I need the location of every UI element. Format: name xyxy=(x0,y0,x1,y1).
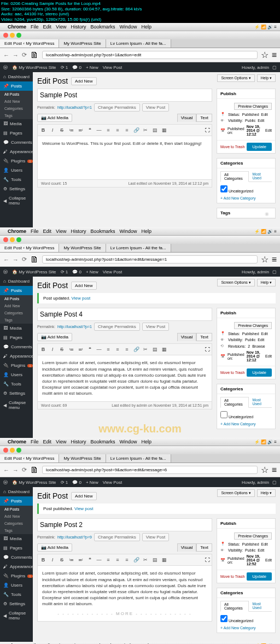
distraction-free-icon[interactable]: ⛶ xyxy=(205,347,210,352)
comments-link[interactable]: 💬 0 xyxy=(72,270,81,274)
quote-icon[interactable]: ❝ xyxy=(86,126,94,134)
tab-lorem[interactable]: Lv Lorem Ipsum - All the fa... xyxy=(106,244,171,252)
tab-wp-site[interactable]: My WordPress Site xyxy=(59,244,106,252)
unlink-icon[interactable]: ✂ xyxy=(142,346,149,353)
toolbar-toggle-icon[interactable]: ▦ xyxy=(160,556,168,564)
sidebar-item-settings[interactable]: ⚙ Settings xyxy=(0,184,33,194)
category-uncategorized-checkbox[interactable] xyxy=(220,615,228,622)
sidebar-item-dashboard[interactable]: ⌂ Dashboard xyxy=(0,487,33,496)
forward-icon[interactable]: → xyxy=(13,467,19,473)
more-icon[interactable]: ▤ xyxy=(151,126,159,134)
add-media-button[interactable]: 📷 Add Media xyxy=(37,543,72,552)
quote-icon[interactable]: ❝ xyxy=(86,346,94,353)
most-used-tab[interactable]: Most Used xyxy=(249,171,272,182)
sidebar-item-appearance[interactable]: 🖌 Appearance xyxy=(0,352,33,361)
toolbar-toggle-icon[interactable]: ▦ xyxy=(160,346,168,353)
strike-icon[interactable]: S xyxy=(58,126,66,134)
ul-icon[interactable]: ≔ xyxy=(67,346,75,353)
sidebar-item-posts[interactable]: 📌 Posts xyxy=(0,496,33,506)
link-icon[interactable]: 🔗 xyxy=(132,346,140,353)
sidebar-item-pages[interactable]: ▤ Pages xyxy=(0,333,33,342)
all-categories-tab[interactable]: All Categories xyxy=(220,171,249,182)
tab-lorem[interactable]: Lv Lorem Ipsum - All the fa... xyxy=(106,454,171,462)
minimize-window-icon[interactable] xyxy=(10,237,15,242)
italic-icon[interactable]: I xyxy=(49,346,56,353)
add-new-category-link[interactable]: + Add New Category xyxy=(220,196,272,200)
hr-icon[interactable]: — xyxy=(95,346,103,353)
menu-help[interactable]: Help xyxy=(141,24,151,30)
visual-tab[interactable]: Visual xyxy=(177,114,197,122)
sidebar-item-posts[interactable]: 📌 Posts xyxy=(0,81,33,91)
help-button[interactable]: Help ▾ xyxy=(257,74,276,82)
menu-view[interactable]: View xyxy=(56,24,66,30)
add-media-button[interactable]: 📷 Add Media xyxy=(37,333,72,341)
sidebar-item-plugins[interactable]: 🔌 Plugins 1 xyxy=(0,156,33,166)
view-post-button[interactable]: View Post xyxy=(142,103,169,112)
help-button[interactable]: Help ▾ xyxy=(257,279,276,286)
sidebar-item-users[interactable]: 👤 Users xyxy=(0,166,33,175)
menu-icon[interactable]: ≡ xyxy=(272,50,277,60)
updates-link[interactable]: ⟳ 1 xyxy=(61,65,68,70)
sidebar-item-media[interactable]: 🖼 Media xyxy=(0,119,33,128)
change-permalinks-button[interactable]: Change Permalinks xyxy=(94,103,140,112)
post-title-input[interactable] xyxy=(37,308,212,321)
wp-logo-icon[interactable]: ⓦ xyxy=(3,65,8,71)
add-media-button[interactable]: 📷 Add Media xyxy=(37,114,72,122)
align-center-icon[interactable]: ≡ xyxy=(114,126,121,134)
ol-icon[interactable]: ≕ xyxy=(77,346,84,353)
strike-icon[interactable]: S xyxy=(58,346,66,353)
add-new-post-button[interactable]: Add New xyxy=(71,282,96,290)
sidebar-sub-categories[interactable]: Categories xyxy=(0,105,33,112)
tab-wp-site[interactable]: My WordPress Site xyxy=(59,454,106,462)
move-to-trash-link[interactable]: Move to Trash xyxy=(220,145,244,149)
avatar[interactable]: ▢ xyxy=(272,65,277,70)
unlink-icon[interactable]: ✂ xyxy=(142,126,149,134)
align-right-icon[interactable]: ≡ xyxy=(123,346,131,353)
update-button[interactable]: Update xyxy=(247,368,272,377)
update-button[interactable]: Update xyxy=(247,143,272,151)
toolbar-toggle-icon[interactable]: ▦ xyxy=(160,126,168,134)
site-name-link[interactable]: 🏠 My WordPress Site xyxy=(12,65,56,70)
more-icon[interactable]: ▤ xyxy=(151,556,159,564)
change-permalinks-button[interactable]: Change Permalinks xyxy=(94,323,140,331)
ul-icon[interactable]: ≔ xyxy=(67,556,75,564)
quote-icon[interactable]: ❝ xyxy=(86,556,94,564)
tab-wp-edit[interactable]: Edit Post ‹ My WordPress xyxy=(0,39,59,48)
zoom-window-icon[interactable] xyxy=(16,33,21,38)
app-name[interactable]: Chrome xyxy=(8,24,26,30)
menu-window[interactable]: Window xyxy=(119,24,137,30)
close-window-icon[interactable] xyxy=(3,237,8,242)
sidebar-item-users[interactable]: 👤 Users xyxy=(0,370,33,379)
forward-icon[interactable]: → xyxy=(13,52,19,58)
italic-icon[interactable]: I xyxy=(49,126,56,134)
avatar[interactable]: ▢ xyxy=(272,270,277,274)
avatar[interactable]: ▢ xyxy=(272,480,277,485)
sidebar-item-comments[interactable]: 💬 Comments xyxy=(0,138,33,147)
minimize-window-icon[interactable] xyxy=(10,33,15,38)
sidebar-item-comments[interactable]: 💬 Comments xyxy=(0,342,33,352)
bookmark-icon[interactable]: ☆ xyxy=(261,50,269,60)
url-input[interactable] xyxy=(42,51,258,59)
back-icon[interactable]: ← xyxy=(3,467,9,473)
view-post-link[interactable]: View Post xyxy=(103,65,122,70)
align-center-icon[interactable]: ≡ xyxy=(114,556,121,564)
edit-status-link[interactable]: Edit xyxy=(261,113,268,116)
menu-icon[interactable]: ≡ xyxy=(272,255,277,265)
back-icon[interactable]: ← xyxy=(3,52,9,58)
align-right-icon[interactable]: ≡ xyxy=(123,556,131,564)
forward-icon[interactable]: → xyxy=(13,256,19,263)
new-content-link[interactable]: + New xyxy=(86,65,98,70)
ol-icon[interactable]: ≕ xyxy=(77,126,84,134)
sidebar-item-media[interactable]: 🖼 Media xyxy=(0,324,33,333)
italic-icon[interactable]: I xyxy=(49,556,56,564)
sidebar-collapse[interactable]: ◀ Collapse menu xyxy=(0,194,33,208)
hr-icon[interactable]: — xyxy=(95,556,103,564)
site-name-link[interactable]: 🏠 My WordPress Site xyxy=(12,270,56,274)
post-title-input[interactable] xyxy=(37,518,212,531)
link-icon[interactable]: 🔗 xyxy=(132,126,140,134)
tab-lorem[interactable]: Lv Lorem Ipsum - All the fa... xyxy=(106,39,171,48)
align-center-icon[interactable]: ≡ xyxy=(114,346,121,353)
hr-icon[interactable]: — xyxy=(95,126,103,134)
reload-icon[interactable]: ⟳ xyxy=(22,51,27,58)
preview-changes-button[interactable]: Preview Changes xyxy=(234,322,272,329)
